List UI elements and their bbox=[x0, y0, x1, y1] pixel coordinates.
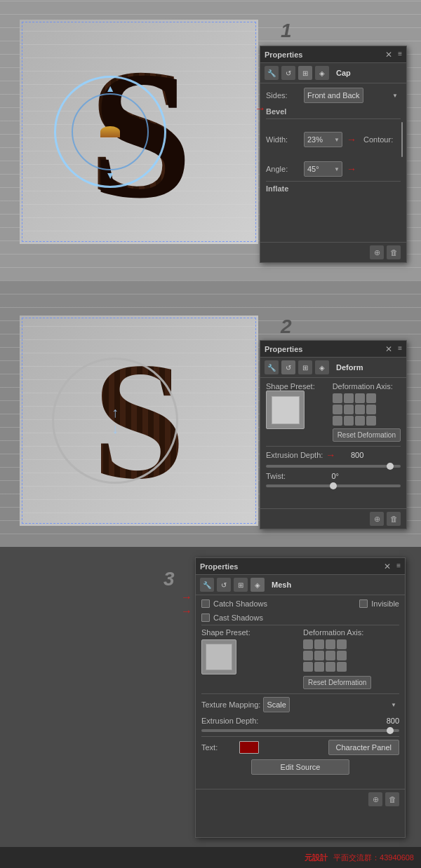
panel1-close[interactable]: ✕ bbox=[385, 50, 392, 60]
panel1-red-arrow: → bbox=[255, 102, 266, 115]
texture-label: Texture Mapping: bbox=[201, 700, 260, 709]
invisible-checkbox[interactable] bbox=[359, 599, 368, 608]
panel3-title: Properties bbox=[200, 562, 238, 571]
d11 bbox=[326, 662, 335, 672]
panel3-tab-icon-1[interactable]: 🔧 bbox=[200, 578, 214, 592]
deform-arrows: ↑ ↓ bbox=[112, 405, 119, 437]
canvas-1: S ▲ ▼ bbox=[20, 20, 258, 244]
panel3-tab-icon-2[interactable]: ↺ bbox=[217, 578, 231, 592]
twist-label: Twist: bbox=[266, 472, 315, 480]
panel2-footer: ⊕ 🗑 bbox=[260, 508, 406, 529]
panel1-content: → Sides: Front and Back Bevel Width: 23%… bbox=[260, 83, 406, 200]
d8 bbox=[337, 651, 347, 660]
width-select[interactable]: 23% bbox=[304, 132, 342, 147]
dc5 bbox=[333, 405, 342, 414]
preset-preview-3 bbox=[206, 644, 232, 670]
brand-id: 平面交流群：43940608 bbox=[333, 853, 414, 863]
panel2-close[interactable]: ✕ bbox=[385, 344, 392, 354]
step-3-number: 3 bbox=[163, 568, 175, 590]
panel3-tab-active-label: Mesh bbox=[272, 581, 291, 589]
panel2-tab-icon-3[interactable]: ⊞ bbox=[298, 360, 312, 374]
catch-shadows-checkbox[interactable] bbox=[201, 599, 210, 608]
panel1-footer-icon-1[interactable]: ⊕ bbox=[370, 245, 384, 259]
sides-select[interactable]: Front and Back bbox=[304, 88, 363, 103]
extrusion-thumb-3 bbox=[387, 727, 394, 734]
step3-arrow-1: → bbox=[181, 591, 192, 604]
panel2-footer-icon-2[interactable]: 🗑 bbox=[387, 512, 401, 526]
deformation-axis-section: Deformation Axis: Reset Deformati bbox=[333, 382, 401, 442]
twist-thumb bbox=[330, 482, 337, 489]
deformation-axis-section-3: Deformation Axis: Reset Deformation bbox=[303, 628, 399, 689]
reset-deform-btn-2[interactable]: Reset Deformation bbox=[333, 428, 401, 442]
panel1-footer: ⊕ 🗑 bbox=[260, 242, 406, 262]
cast-shadows-checkbox[interactable] bbox=[201, 613, 210, 622]
panel1-menu[interactable]: ≡ bbox=[398, 50, 402, 60]
shape-preset-box-3[interactable] bbox=[201, 639, 236, 674]
shape-preset-section-3: Shape Preset: bbox=[201, 628, 298, 674]
panel2-tabs: 🔧 ↺ ⊞ ◈ Deform bbox=[260, 358, 406, 378]
reset-deform-btn-3[interactable]: Reset Deformation bbox=[303, 676, 371, 689]
contour-preview[interactable] bbox=[401, 122, 403, 157]
panel3-menu[interactable]: ≡ bbox=[396, 562, 401, 571]
panel3-preset-axis-row: Shape Preset: Deformation Axis: bbox=[201, 628, 399, 689]
width-select-wrapper: 23% bbox=[304, 132, 342, 147]
panel3-tab-icon-3[interactable]: ⊞ bbox=[234, 578, 248, 592]
dc1 bbox=[333, 393, 342, 403]
width-red-arrow: → bbox=[347, 134, 356, 145]
panel2-footer-icon-1[interactable]: ⊕ bbox=[370, 512, 384, 526]
dc10 bbox=[344, 416, 354, 426]
hat-shape bbox=[100, 126, 120, 137]
panel1-tab-icon-3[interactable]: ⊞ bbox=[298, 66, 312, 80]
texture-select[interactable]: Scale bbox=[263, 697, 290, 712]
d2 bbox=[314, 639, 324, 649]
panel3-close[interactable]: ✕ bbox=[384, 562, 391, 571]
extrusion-label-3: Extrusion Depth: bbox=[201, 717, 258, 725]
dc7 bbox=[355, 405, 365, 414]
shape-preset-box[interactable] bbox=[266, 391, 305, 429]
panel3-tabs: 🔧 ↺ ⊞ ◈ Mesh bbox=[196, 575, 405, 595]
extrusion-slider[interactable] bbox=[266, 465, 401, 468]
dc12 bbox=[366, 416, 376, 426]
text-color-box[interactable] bbox=[239, 741, 259, 754]
panel1-controls: ✕ ≡ bbox=[385, 50, 402, 60]
panel1-tab-icon-1[interactable]: 🔧 bbox=[265, 66, 279, 80]
dc9 bbox=[333, 416, 342, 426]
panel3-footer-icon-1[interactable]: ⊕ bbox=[368, 792, 382, 806]
panel2-tab-icon-2[interactable]: ↺ bbox=[281, 360, 295, 374]
d9 bbox=[303, 662, 313, 672]
panel1-tab-icon-4[interactable]: ◈ bbox=[315, 66, 329, 80]
texture-mapping-row: Texture Mapping: Scale bbox=[201, 697, 399, 712]
shape-preset-section: Shape Preset: bbox=[266, 382, 327, 429]
d1 bbox=[303, 639, 313, 649]
bevel-title: Bevel bbox=[266, 107, 401, 116]
panel1-tab-icon-2[interactable]: ↺ bbox=[281, 66, 295, 80]
panel3-tab-icon-4[interactable]: ◈ bbox=[250, 578, 265, 592]
panel2-menu[interactable]: ≡ bbox=[398, 344, 402, 354]
angle-red-arrow: → bbox=[347, 163, 356, 175]
angle-select[interactable]: 45° bbox=[304, 161, 342, 177]
extrusion-slider-row bbox=[266, 465, 401, 468]
panel2-tab-icon-1[interactable]: 🔧 bbox=[265, 360, 279, 374]
shape-preset-label: Shape Preset: bbox=[266, 382, 327, 391]
angle-row: Angle: 45° → bbox=[266, 161, 401, 177]
extrusion-slider-3[interactable] bbox=[201, 729, 399, 732]
edit-source-btn[interactable]: Edit Source bbox=[251, 759, 349, 775]
panel3-footer-icon-2[interactable]: 🗑 bbox=[385, 792, 399, 806]
panel2-preset-axis-row: Shape Preset: Deformation Axis: bbox=[266, 382, 401, 442]
character-panel-btn[interactable]: Character Panel bbox=[328, 740, 400, 755]
width-label: Width: bbox=[266, 135, 301, 144]
inflate-title: Inflate bbox=[266, 184, 401, 193]
canvas-2: S ↑ ↓ bbox=[20, 316, 258, 526]
properties-panel-2: Properties ✕ ≡ 🔧 ↺ ⊞ ◈ Deform Shape Pres… bbox=[260, 340, 407, 529]
twist-slider[interactable] bbox=[266, 484, 401, 487]
catch-shadows-label: Catch Shadows bbox=[213, 599, 267, 608]
inflate-divider bbox=[266, 181, 401, 182]
deform-axis-label-3: Deformation Axis: bbox=[303, 628, 399, 637]
panel1-footer-icon-2[interactable]: 🗑 bbox=[387, 245, 401, 259]
deform-axis-label: Deformation Axis: bbox=[333, 382, 401, 391]
transform-center bbox=[100, 126, 120, 137]
dc11 bbox=[355, 416, 365, 426]
twist-value: 0° bbox=[318, 472, 339, 480]
panel2-tab-icon-4[interactable]: ◈ bbox=[315, 360, 329, 374]
deform-grid-3 bbox=[303, 639, 399, 672]
